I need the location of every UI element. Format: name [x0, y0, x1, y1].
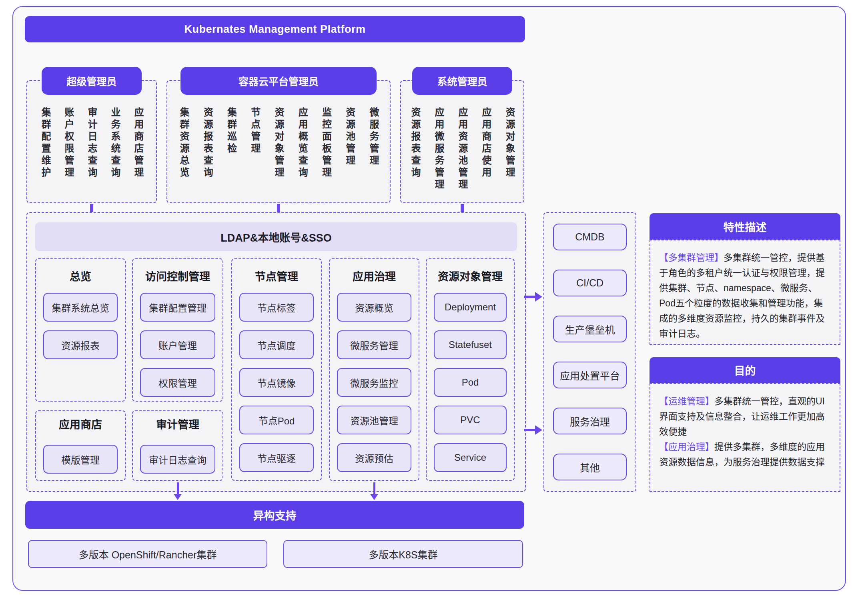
module-title: 资源对象管理 [427, 268, 514, 283]
role-permission-item: 应用微服务管理 [433, 107, 444, 191]
module-audit-management: 审计管理 审计日志查询 [132, 410, 223, 481]
module-feature-box: 资源池管理 [337, 406, 411, 434]
arrow-right-icon [524, 292, 543, 302]
role-permission-item: 业务系统查询 [110, 107, 120, 179]
module-feature-box: 权限管理 [140, 368, 215, 397]
module-title: 审计管理 [133, 416, 223, 431]
cluster-box-k8s: 多版本K8S集群 [283, 540, 523, 568]
role-permission-item: 应用商店管理 [133, 107, 143, 179]
integration-box: 应用处置平台 [553, 362, 627, 388]
role-permission-item: 资源报表查询 [410, 107, 420, 191]
module-feature-box: 节点Pod [239, 406, 314, 434]
purpose-panel-title: 目的 [650, 357, 840, 383]
module-node-management: 节点管理 节点标签 节点调度 节点镜像 节点Pod 节点驱逐 [231, 258, 322, 481]
role-permission-item: 集群资源总览 [178, 107, 189, 179]
role-permission-item: 应用商店使用 [481, 107, 491, 191]
module-title: 访问控制管理 [133, 268, 223, 283]
integration-box: 其他 [553, 454, 627, 480]
role-permission-item: 应用概览查询 [297, 107, 307, 179]
module-feature-box: 微服务监控 [337, 368, 411, 397]
module-app-governance: 应用治理 资源概览 微服务管理 微服务监控 资源池管理 资源预估 [329, 258, 419, 481]
module-title: 应用治理 [330, 268, 419, 283]
module-resource-objects: 资源对象管理 Deployment Statefuset Pod PVC Ser… [426, 258, 515, 481]
integrations-column: CMDB CI/CD 生产堡垒机 应用处置平台 服务治理 其他 [543, 212, 636, 492]
module-feature-box: Service [434, 443, 507, 472]
role-group-system-admin: 系统管理员 资源报表查询 应用微服务管理 应用资源池管理 应用商店使用 资源对象… [400, 67, 524, 95]
module-feature-box: 微服务管理 [337, 330, 411, 359]
cluster-box-openshift-rancher: 多版本 OpenShift/Rancher集群 [28, 540, 267, 568]
purpose-tag: 【运维管理】 [659, 396, 714, 406]
role-permission-item: 资源对象管理 [504, 107, 515, 191]
role-permission-item: 账户权限管理 [63, 107, 74, 179]
module-feature-box: 资源概览 [337, 293, 411, 322]
module-feature-box: Pod [434, 368, 507, 397]
hetero-support-bar: 异构支持 [25, 501, 524, 529]
module-feature-box: 账户管理 [140, 330, 215, 359]
role-permission-item: 资源报表查询 [202, 107, 212, 179]
diagram-canvas: Kubernates Management Platform 超级管理员 集群配… [0, 0, 858, 616]
integration-box: 服务治理 [553, 408, 627, 434]
role-permission-item: 审计日志查询 [86, 107, 97, 179]
arrow-right-icon [524, 425, 543, 435]
role-title-badge: 容器云平台管理员 [180, 67, 377, 95]
module-feature-box: Statefuset [434, 330, 507, 359]
feature-text: 多集群统一管控，提供基于角色的多租户统一认证与权限管理，提供集群、节点、name… [659, 252, 825, 339]
purpose-tag: 【应用治理】 [659, 442, 714, 452]
role-permission-item: 节点管理 [250, 107, 260, 179]
arrow-down-icon [370, 482, 378, 500]
role-permission-item: 集群巡检 [226, 107, 237, 179]
integration-box: CMDB [553, 224, 627, 250]
module-title: 总览 [36, 268, 125, 283]
module-feature-box: 审计日志查询 [140, 445, 215, 474]
module-title: 节点管理 [232, 268, 321, 283]
role-title-badge: 系统管理员 [412, 67, 512, 95]
auth-bar: LDAP&本地账号&SSO [35, 222, 517, 251]
module-feature-box: Deployment [434, 293, 507, 322]
arrow-down-icon [174, 482, 182, 500]
feature-panel-body: 【多集群管理】多集群统一管控，提供基于角色的多租户统一认证与权限管理，提供集群、… [650, 240, 840, 345]
role-permission-item: 微服务管理 [368, 107, 379, 179]
module-access-control: 访问控制管理 集群配置管理 账户管理 权限管理 [132, 258, 223, 402]
module-feature-box: 资源预估 [337, 443, 411, 472]
page-title: Kubernates Management Platform [25, 16, 525, 42]
module-feature-box: 节点调度 [239, 330, 314, 359]
module-feature-box: PVC [434, 406, 507, 434]
module-feature-box: 集群配置管理 [140, 293, 215, 322]
role-permission-item: 应用资源池管理 [457, 107, 467, 191]
role-permission-item: 监控面板管理 [321, 107, 331, 179]
module-overview: 总览 集群系统总览 资源报表 [35, 258, 126, 402]
role-permission-item: 资源对象管理 [273, 107, 284, 179]
role-permission-item: 资源池管理 [345, 107, 355, 179]
feature-tag: 【多集群管理】 [659, 252, 724, 263]
role-group-container-cloud-admin: 容器云平台管理员 集群资源总览 资源报表查询 集群巡检 节点管理 资源对象管理 … [166, 67, 391, 95]
module-app-store: 应用商店 模版管理 [35, 410, 126, 481]
module-feature-box: 集群系统总览 [43, 293, 118, 322]
purpose-panel-body: 【运维管理】多集群统一管控，直观的UI界面支持及信息整合，让运维工作更加高效便捷… [650, 383, 840, 492]
module-feature-box: 节点镜像 [239, 368, 314, 397]
role-permission-list: 集群资源总览 资源报表查询 集群巡检 节点管理 资源对象管理 应用概览查询 监控… [166, 107, 391, 179]
role-permission-list: 集群配置维护 账户权限管理 审计日志查询 业务系统查询 应用商店管理 [26, 107, 157, 179]
role-permission-item: 集群配置维护 [40, 107, 50, 179]
purpose-section: 【运维管理】多集群统一管控，直观的UI界面支持及信息整合，让运维工作更加高效便捷 [659, 394, 831, 439]
role-permission-list: 资源报表查询 应用微服务管理 应用资源池管理 应用商店使用 资源对象管理 [400, 107, 524, 191]
role-title-badge: 超级管理员 [42, 67, 142, 95]
integration-box: 生产堡垒机 [553, 316, 627, 342]
module-title: 应用商店 [36, 416, 125, 431]
module-feature-box: 节点驱逐 [239, 443, 314, 472]
module-feature-box: 资源报表 [43, 330, 118, 359]
feature-panel-title: 特性描述 [650, 213, 840, 240]
role-group-super-admin: 超级管理员 集群配置维护 账户权限管理 审计日志查询 业务系统查询 应用商店管理 [26, 67, 157, 95]
module-feature-box: 模版管理 [43, 445, 118, 474]
purpose-section: 【应用治理】提供多集群，多维度的应用资源数据信息，为服务治理提供数据支撑 [659, 439, 831, 470]
module-feature-box: 节点标签 [239, 293, 314, 322]
integration-box: CI/CD [553, 270, 627, 296]
